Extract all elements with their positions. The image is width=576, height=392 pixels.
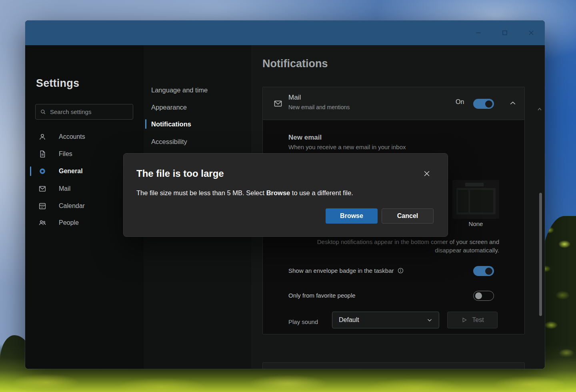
envelope-badge-label: Show an envelope badge in the taskbar	[288, 267, 404, 274]
file-too-large-dialog: The file is too large The file size must…	[123, 153, 448, 237]
mentions-card[interactable]: Mentions When someone @ mentions you in …	[262, 362, 525, 369]
person-icon	[38, 132, 47, 141]
favorite-people-toggle[interactable]	[473, 291, 494, 301]
maximize-icon[interactable]	[500, 28, 510, 38]
mail-card-title: Mail	[288, 94, 301, 102]
favorite-people-label: Only from favorite people	[288, 292, 356, 299]
nav-item-appearance[interactable]: Appearance	[144, 99, 251, 116]
sidebar-item-label: Calendar	[59, 202, 85, 210]
nav-item-notifications[interactable]: Notifications	[144, 116, 251, 132]
envelope-icon	[38, 184, 47, 193]
gear-icon	[38, 167, 47, 176]
description-line: Desktop notifications appear in the bott…	[283, 238, 499, 246]
selection-indicator	[145, 119, 146, 129]
file-icon	[38, 150, 47, 158]
mail-card-header[interactable]: Mail New email and mentions On	[263, 87, 524, 120]
chevron-up-icon[interactable]	[509, 99, 517, 107]
mail-notifications-toggle[interactable]	[473, 99, 494, 109]
notification-style-description: Desktop notifications appear in the bott…	[283, 238, 499, 254]
sidebar-item-label: People	[59, 219, 79, 226]
dialog-message-bold: Browse	[266, 189, 290, 196]
sidebar-item-label: Files	[59, 150, 72, 158]
thumbnail-shape	[470, 190, 493, 212]
toggle-knob	[485, 100, 492, 108]
close-icon[interactable]	[423, 170, 431, 178]
toggle-knob	[485, 268, 492, 275]
test-sound-button[interactable]: Test	[447, 312, 498, 328]
browse-button[interactable]: Browse	[326, 208, 378, 224]
close-icon[interactable]	[526, 28, 536, 38]
nav-item-label: Appearance	[151, 104, 187, 111]
new-email-subtitle: When you receive a new email in your inb…	[288, 144, 406, 150]
titlebar[interactable]	[25, 20, 545, 45]
play-icon	[461, 316, 468, 324]
dialog-message: The file size must be less than 5 MB. Se…	[136, 189, 353, 197]
envelope-icon	[273, 99, 283, 108]
toggle-state-label: On	[456, 98, 464, 106]
toggle-knob	[475, 292, 482, 299]
nav-item-label: Accessibility	[151, 138, 187, 146]
dialog-title: The file is too large	[136, 168, 224, 179]
minimize-icon[interactable]	[474, 28, 483, 38]
dialog-message-suffix: to use a different file.	[290, 189, 353, 196]
scrollbar-up-arrow[interactable]	[538, 108, 542, 111]
page-title: Settings	[36, 77, 79, 90]
dialog-buttons: Browse Cancel	[326, 208, 434, 224]
search-placeholder: Search settings	[50, 108, 91, 115]
panel-title: Notifications	[262, 58, 328, 70]
row-label-text: Show an envelope badge in the taskbar	[288, 267, 394, 274]
new-email-title: New email	[288, 134, 322, 142]
row-label-text: Only from favorite people	[288, 292, 356, 299]
sound-select-value: Default	[339, 316, 359, 324]
calendar-icon	[38, 202, 47, 210]
nav-item-language-and-time[interactable]: Language and time	[144, 82, 251, 98]
scrollbar-thumb[interactable]	[539, 193, 542, 316]
thumbnail-shape	[458, 190, 468, 212]
play-sound-label: Play sound	[288, 318, 318, 325]
info-icon[interactable]	[397, 267, 404, 274]
nav-item-label: Notifications	[151, 120, 191, 128]
mail-card-subtitle: New email and mentions	[288, 104, 350, 110]
search-icon	[40, 108, 46, 115]
search-input[interactable]: Search settings	[35, 104, 133, 120]
people-icon	[38, 218, 47, 227]
notification-style-none-thumbnail[interactable]	[452, 180, 499, 219]
sidebar-item-label: Accounts	[59, 133, 85, 140]
test-button-label: Test	[472, 316, 484, 324]
window-controls	[474, 20, 536, 45]
sound-select[interactable]: Default	[332, 312, 439, 328]
selection-indicator	[30, 166, 31, 176]
nav-item-label: Language and time	[151, 86, 208, 94]
cancel-button[interactable]: Cancel	[382, 208, 434, 224]
sidebar-item-accounts[interactable]: Accounts	[25, 128, 144, 145]
sidebar-item-label: General	[59, 168, 83, 175]
chevron-down-icon	[426, 316, 433, 324]
envelope-badge-toggle[interactable]	[473, 266, 494, 276]
nav-item-accessibility[interactable]: Accessibility	[144, 133, 251, 150]
thumbnail-shape	[465, 183, 484, 186]
thumbnail-shape	[456, 188, 496, 214]
sidebar-item-label: Mail	[59, 185, 70, 192]
dialog-message-prefix: The file size must be less than 5 MB. Se…	[136, 189, 266, 196]
description-line: disappear automatically.	[283, 246, 499, 254]
notification-style-none-label: None	[452, 220, 499, 227]
